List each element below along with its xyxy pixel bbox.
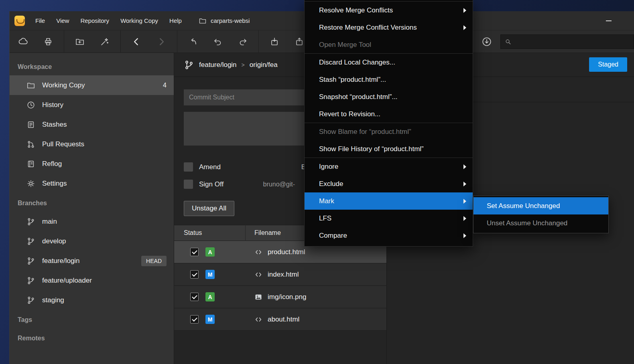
status-badge: M [205, 270, 215, 279]
undo-button[interactable] [209, 34, 227, 50]
table-row[interactable]: M index.html [174, 263, 386, 286]
sidebar-item-pull-requests[interactable]: Pull Requests [10, 134, 174, 154]
column-filename[interactable]: Filename [246, 229, 281, 237]
menu-item-label: Unset Assume Unchanged [487, 219, 567, 227]
forward-icon [156, 36, 167, 47]
filename: img/icon.png [268, 293, 306, 301]
sidebar-item-branch-develop[interactable]: develop [10, 231, 174, 251]
menu-item-label: Restore Merge Conflict Versions [319, 24, 417, 32]
sidebar-item-label: Reflog [42, 160, 62, 168]
menu-item-mark[interactable]: Mark [305, 192, 473, 210]
sidebar-item-remote[interactable] [10, 358, 174, 364]
open-repo-button[interactable] [71, 34, 89, 50]
pull-button[interactable] [479, 34, 494, 49]
search-input[interactable] [515, 38, 630, 45]
stash-save-button[interactable] [265, 34, 284, 50]
menu-item-stash-file[interactable]: Stash “product.html”... [305, 71, 473, 88]
menu-item-ignore[interactable]: Ignore [305, 158, 473, 175]
file-checkbox[interactable] [190, 248, 199, 256]
search-box[interactable] [500, 34, 634, 49]
code-file-icon [254, 248, 262, 256]
file-checkbox[interactable] [190, 270, 199, 279]
breadcrumb-separator: > [242, 62, 245, 68]
signoff-checkbox[interactable] [184, 180, 193, 189]
amend-label: Amend [199, 163, 221, 171]
menu-item-label: Show File History of “product.html” [319, 145, 424, 153]
menu-item-label: Exclude [319, 180, 343, 188]
sidebar-item-branch-feature-uploader[interactable]: feature/uploader [10, 271, 174, 290]
menu-item-label: Compare [319, 232, 347, 240]
app-icon [14, 16, 25, 26]
amend-checkbox[interactable] [184, 162, 193, 172]
sidebar-item-label: Working Copy [42, 81, 85, 89]
menu-item-label: Discard Local Changes... [319, 59, 395, 67]
print-button[interactable] [39, 34, 57, 50]
printer-icon [43, 37, 53, 47]
menu-item-restore-merge-conflict-versions[interactable]: Restore Merge Conflict Versions [305, 19, 473, 36]
menubar-item-repository[interactable]: Repository [75, 11, 115, 30]
redo-button[interactable] [234, 34, 252, 50]
sidebar-section-tags: Tags [10, 310, 174, 328]
back-button[interactable] [127, 34, 146, 50]
menu-item-lfs[interactable]: LFS [305, 210, 473, 227]
branch-icon [26, 237, 35, 246]
magic-button[interactable] [96, 34, 114, 50]
menu-item-compare[interactable]: Compare [305, 227, 473, 244]
sidebar-item-label: Stashes [42, 121, 67, 129]
toolbar-divider [120, 30, 121, 53]
repo-selector[interactable]: carparts-websi [199, 17, 250, 25]
sidebar-item-history[interactable]: History [10, 95, 174, 115]
sidebar-item-reflog[interactable]: Reflog [10, 154, 174, 174]
unstage-all-button[interactable]: Unstage All [184, 201, 234, 216]
sidebar-item-stashes[interactable]: Stashes [10, 115, 174, 134]
menu-item-resolve-merge-conflicts[interactable]: Resolve Merge Conflicts [305, 2, 473, 19]
submenu-arrow-icon [463, 233, 466, 238]
sidebar-item-working-copy[interactable]: Working Copy 4 [10, 75, 174, 95]
upstream-branch[interactable]: origin/fea [250, 61, 278, 69]
table-row[interactable]: M about.html [174, 308, 386, 331]
branch-label: develop [42, 237, 66, 245]
sidebar-item-branch-staging[interactable]: staging [10, 290, 174, 310]
staged-button[interactable]: Staged [589, 57, 627, 72]
sidebar-item-branch-feature-login[interactable]: feature/login HEAD [10, 251, 174, 271]
sidebar-item-label: Settings [42, 180, 67, 188]
menu-item-label: Show Blame for “product.html” [319, 128, 411, 136]
menu-item-set-assume-unchanged[interactable]: Set Assume Unchanged [473, 197, 608, 214]
menu-item-label: Set Assume Unchanged [487, 202, 560, 210]
menu-item-exclude[interactable]: Exclude [305, 175, 473, 192]
menu-item-label: Snapshot “product.html”... [319, 93, 398, 101]
search-icon [505, 38, 512, 45]
menu-item-revert-to-revision[interactable]: Revert to Revision... [305, 105, 473, 123]
clock-icon [26, 101, 35, 109]
filename: about.html [268, 315, 299, 324]
sidebar-item-branch-main[interactable]: main [10, 212, 174, 231]
toolbar-divider [64, 30, 64, 53]
menu-item-unset-assume-unchanged[interactable]: Unset Assume Unchanged [473, 214, 608, 232]
forward-button[interactable] [152, 34, 171, 50]
sidebar-item-settings[interactable]: Settings [10, 174, 174, 193]
notepad-icon [26, 120, 35, 129]
column-status[interactable]: Status [174, 229, 245, 237]
checkout-button[interactable] [184, 34, 202, 50]
table-row[interactable]: A img/icon.png [174, 286, 386, 308]
menu-item-open-merge-tool: Open Merge Tool [305, 36, 473, 53]
redo-icon [238, 37, 248, 47]
menu-item-snapshot-file[interactable]: Snapshot “product.html”... [305, 88, 473, 105]
menubar-item-file[interactable]: File [30, 11, 51, 30]
minimize-button[interactable] [599, 11, 618, 30]
menubar-item-working-copy[interactable]: Working Copy [115, 11, 164, 30]
submenu-arrow-icon [463, 216, 466, 221]
branch-icon [26, 276, 35, 285]
menu-item-label: Resolve Merge Conflicts [319, 6, 393, 14]
file-checkbox[interactable] [190, 293, 199, 301]
fetch-button[interactable] [14, 34, 33, 50]
checkout-arrow-icon [188, 37, 198, 47]
file-checkbox[interactable] [190, 315, 199, 324]
menubar-item-help[interactable]: Help [164, 11, 187, 30]
code-file-icon [254, 315, 262, 324]
menu-item-show-file-history[interactable]: Show File History of “product.html” [305, 140, 473, 158]
submenu-arrow-icon [463, 8, 466, 13]
menubar-item-view[interactable]: View [51, 11, 75, 30]
menu-item-discard-local-changes[interactable]: Discard Local Changes... [305, 54, 473, 71]
current-branch[interactable]: feature/login [199, 61, 237, 69]
